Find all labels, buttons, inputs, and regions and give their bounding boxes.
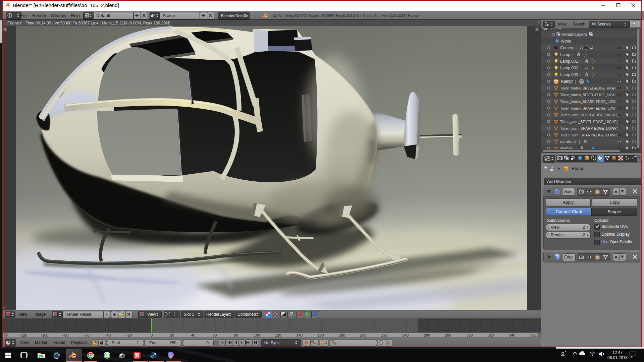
svg-text:Camera: Camera xyxy=(560,46,575,50)
svg-text:20: 20 xyxy=(170,333,174,337)
svg-text:|: | xyxy=(576,46,577,50)
svg-text:Scene: Scene xyxy=(551,28,562,30)
svg-text:300: 300 xyxy=(467,333,473,337)
svg-text:Türen_hinten_SHARP-EDGE_LOW: Türen_hinten_SHARP-EDGE_LOW xyxy=(560,106,615,110)
svg-text:60: 60 xyxy=(213,333,217,337)
svg-text:camtrack: camtrack xyxy=(560,139,577,144)
svg-text:World: World xyxy=(561,39,571,44)
svg-text:Lamp.003: Lamp.003 xyxy=(560,72,578,77)
svg-text:200: 200 xyxy=(360,333,366,337)
svg-text:Türen_vorn_SHARP-EDGE_LOWP(: Türen_vorn_SHARP-EDGE_LOWP( xyxy=(560,126,618,130)
svg-text:|: | xyxy=(586,32,587,37)
svg-text:Lamp: Lamp xyxy=(560,52,570,57)
svg-text:120: 120 xyxy=(275,333,281,337)
svg-text:|: | xyxy=(575,79,576,84)
svg-text:360: 360 xyxy=(530,333,536,337)
svg-text:MP3: MP3 xyxy=(135,356,140,358)
svg-text:260: 260 xyxy=(424,333,430,337)
svg-text:140: 140 xyxy=(297,333,303,337)
svg-text:180: 180 xyxy=(339,333,345,337)
svg-text:RenderLayers: RenderLayers xyxy=(561,32,587,37)
svg-text:-100: -100 xyxy=(41,333,48,337)
svg-text:280: 280 xyxy=(445,333,451,337)
svg-text:-20: -20 xyxy=(126,333,132,337)
svg-text:Lamp.001: Lamp.001 xyxy=(560,59,578,64)
svg-text:|: | xyxy=(572,52,573,57)
svg-text:100: 100 xyxy=(254,333,260,337)
svg-text:-80: -80 xyxy=(63,333,68,337)
svg-text:|: | xyxy=(580,66,581,70)
svg-text:340: 340 xyxy=(509,333,515,337)
svg-text:40: 40 xyxy=(191,333,195,337)
svg-text:|: | xyxy=(579,139,580,144)
svg-text:|: | xyxy=(580,59,581,64)
svg-text:Türen_hinten_BEVEL-EDGE_HIGH: Türen_hinten_BEVEL-EDGE_HIGH xyxy=(560,93,615,97)
svg-text:Türen_hinten_SHARP-EDGE_LOW: Türen_hinten_SHARP-EDGE_LOW xyxy=(560,100,615,104)
svg-text:240: 240 xyxy=(402,333,409,337)
svg-text:0: 0 xyxy=(151,333,153,337)
svg-text:160: 160 xyxy=(318,333,324,337)
svg-text:Rumpf: Rumpf xyxy=(561,79,573,84)
svg-text:80: 80 xyxy=(234,333,238,337)
svg-text:Türen_hinten_BEVEL-EDGE_HIGH: Türen_hinten_BEVEL-EDGE_HIGH xyxy=(560,86,615,90)
svg-text:Lamp.002: Lamp.002 xyxy=(560,66,578,70)
svg-text:|: | xyxy=(580,72,581,77)
svg-text:Türen_vorn_SHARP-EDGE_LOWP(: Türen_vorn_SHARP-EDGE_LOWP( xyxy=(560,133,618,137)
svg-text:320: 320 xyxy=(488,333,494,337)
svg-text:Türen_vorn_BEVEL-EDGE_HIGHP(: Türen_vorn_BEVEL-EDGE_HIGHP( xyxy=(560,113,618,117)
svg-text:Türen_vorn_BEVEL-EDGE_HIGHP(: Türen_vorn_BEVEL-EDGE_HIGHP( xyxy=(560,120,618,124)
svg-text:-120: -120 xyxy=(20,333,27,337)
svg-text:-60: -60 xyxy=(84,333,90,337)
svg-text:-40: -40 xyxy=(105,333,111,337)
svg-text:220: 220 xyxy=(381,333,387,337)
